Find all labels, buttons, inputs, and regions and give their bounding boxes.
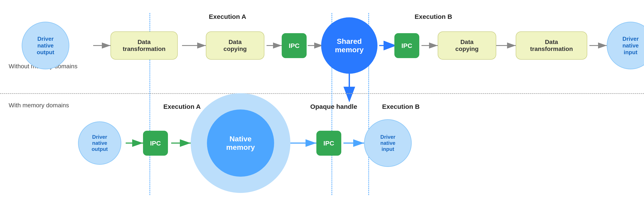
driver-native-input-bottom: Driver native input: [364, 119, 412, 167]
section-divider: [0, 93, 644, 94]
ipc-b-top: IPC: [394, 33, 419, 58]
driver-native-output-top: Driver native output: [22, 22, 69, 69]
exec-b-label-top: Execution B: [401, 13, 466, 20]
ipc-b-bottom: IPC: [316, 131, 341, 156]
diagram-container: Without memory domains With memory domai…: [0, 0, 644, 199]
shared-memory: Shared memory: [321, 17, 378, 74]
opaque-handle-label: Opaque handle: [301, 103, 366, 110]
native-memory: Native memory: [207, 110, 274, 177]
driver-native-output-bottom: Driver native output: [78, 122, 121, 165]
exec-a-label-top: Execution A: [195, 13, 260, 20]
data-transformation-a: Data transformation: [110, 32, 178, 60]
driver-native-input-top: Driver native input: [607, 22, 644, 69]
data-transformation-b: Data transformation: [516, 32, 587, 60]
data-copying-b: Data copying: [438, 32, 496, 60]
with-memory-domains-label: With memory domains: [9, 102, 69, 109]
ipc-a-top: IPC: [282, 33, 306, 58]
data-copying-a: Data copying: [206, 32, 264, 60]
exec-a-label-bottom: Execution A: [152, 103, 212, 110]
ipc-a-bottom: IPC: [143, 131, 168, 156]
arrows-svg: [0, 0, 644, 199]
exec-b-label-bottom: Execution B: [370, 103, 431, 110]
